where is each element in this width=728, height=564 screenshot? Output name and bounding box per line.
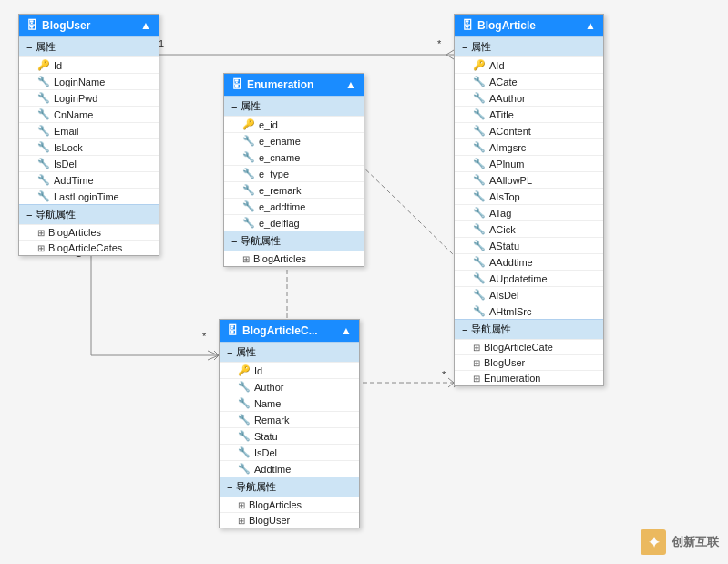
bloguser-row-isdel: 🔧IsDel — [19, 155, 159, 171]
enum-row-eaddtime: 🔧e_addtime — [224, 198, 364, 214]
article-row-aallowpl: 🔧AAllowPL — [455, 171, 603, 188]
field-icon: 🔧 — [473, 76, 486, 87]
article-nav-header: − 导航属性 — [455, 319, 603, 339]
nav-icon: ⊞ — [473, 343, 480, 353]
minus-icon-enum: − — [231, 101, 237, 112]
diagram-canvas: 1 * 1 * 1 * 🗄 BlogUser ▲ − 属性 🔑Id 🔧Login… — [0, 0, 728, 564]
minus-icon-cate-nav: − — [227, 482, 232, 493]
article-props-label: 属性 — [471, 40, 491, 54]
cate-row-author: 🔧Author — [220, 378, 359, 395]
cate-nav-user: ⊞BlogUser — [220, 512, 359, 528]
field-icon: 🔧 — [238, 446, 251, 458]
field-icon: 🔧 — [473, 289, 486, 301]
svg-line-22 — [355, 159, 454, 255]
key-icon: 🔑 — [242, 118, 255, 130]
entity-enumeration: 🗄 Enumeration ▲ − 属性 🔑e_id 🔧e_ename 🔧e_c… — [223, 73, 364, 267]
db-icon-article: 🗄 — [462, 19, 473, 32]
enum-nav-label: 导航属性 — [241, 234, 281, 248]
article-row-aistop: 🔧AIsTop — [455, 188, 603, 204]
field-icon: 🔧 — [37, 76, 50, 87]
article-row-aimgsrc: 🔧AImgsrc — [455, 138, 603, 155]
field-icon: 🔧 — [473, 141, 486, 153]
bloguser-nav-header: − 导航属性 — [19, 204, 159, 224]
bloguser-row-addtime: 🔧AddTime — [19, 171, 159, 188]
field-icon: 🔧 — [37, 174, 50, 186]
cate-row-addtime: 🔧Addtime — [220, 460, 359, 477]
article-nav-cate: ⊞BlogArticleCate — [455, 339, 603, 354]
article-row-aid: 🔑AId — [455, 56, 603, 73]
minus-icon-article: − — [462, 42, 467, 53]
article-row-aupdatetime: 🔧AUpdatetime — [455, 270, 603, 286]
entity-bloguser-title: BlogUser — [42, 19, 90, 32]
bloguser-row-islock: 🔧IsLock — [19, 138, 159, 155]
key-icon: 🔑 — [238, 364, 251, 376]
svg-line-14 — [208, 351, 219, 355]
article-row-atitle: 🔧ATitle — [455, 106, 603, 122]
nav-icon: ⊞ — [242, 254, 250, 264]
enum-props-header: − 属性 — [224, 96, 364, 116]
cate-row-id: 🔑Id — [220, 362, 359, 378]
watermark: ✦ 创新互联 — [641, 529, 719, 555]
field-icon: 🔧 — [37, 141, 50, 153]
field-icon: 🔧 — [242, 184, 255, 196]
article-row-aplnum: 🔧APlnum — [455, 155, 603, 171]
mult-label-star-c: * — [442, 369, 446, 380]
article-row-atag: 🔧ATag — [455, 204, 603, 220]
field-icon: 🔧 — [37, 125, 50, 137]
article-row-ahtmlsrc: 🔧AHtmlSrc — [455, 303, 603, 319]
cate-row-isdel: 🔧IsDel — [220, 444, 359, 460]
entity-blogarticlecate: 🗄 BlogArticleC... ▲ − 属性 🔑Id 🔧Author 🔧Na… — [219, 319, 360, 528]
watermark-text: 创新互联 — [672, 534, 719, 550]
article-row-acick: 🔧ACick — [455, 220, 603, 237]
nav-icon: ⊞ — [238, 500, 245, 510]
minus-icon-article-nav: − — [462, 324, 467, 335]
bloguser-nav-label: 导航属性 — [36, 208, 76, 221]
minus-icon-cate: − — [227, 347, 232, 358]
field-icon: 🔧 — [473, 305, 486, 317]
svg-line-15 — [208, 355, 219, 360]
field-icon: 🔧 — [473, 174, 486, 186]
enum-row-edelflag: 🔧e_delflag — [224, 214, 364, 231]
article-props-header: − 属性 — [455, 36, 603, 56]
entity-enumeration-header: 🗄 Enumeration ▲ — [224, 74, 364, 96]
mult-label-star-a: * — [437, 38, 441, 49]
field-icon: 🔧 — [37, 108, 50, 120]
chevron-enum: ▲ — [345, 78, 356, 91]
field-icon: 🔧 — [473, 108, 486, 120]
article-row-aauthor: 🔧AAuthor — [455, 89, 603, 106]
bloguser-props-header: − 属性 — [19, 36, 159, 56]
nav-icon: ⊞ — [473, 358, 480, 368]
field-icon: 🔧 — [238, 463, 251, 475]
field-icon: 🔧 — [242, 168, 255, 179]
bloguser-nav-articles: ⊞BlogArticles — [19, 224, 159, 240]
entity-cate-header: 🗄 BlogArticleC... ▲ — [220, 320, 359, 342]
article-nav-label: 导航属性 — [471, 323, 511, 336]
article-row-acate: 🔧ACate — [455, 73, 603, 89]
field-icon: 🔧 — [238, 414, 251, 426]
nav-icon: ⊞ — [37, 228, 45, 238]
svg-line-7 — [446, 55, 454, 59]
cate-row-name: 🔧Name — [220, 395, 359, 411]
cate-row-remark: 🔧Remark — [220, 411, 359, 427]
enum-props-label: 属性 — [241, 99, 261, 113]
bloguser-row-loginpwd: 🔧LoginPwd — [19, 89, 159, 106]
bloguser-row-email: 🔧Email — [19, 122, 159, 138]
bloguser-nav-cates: ⊞BlogArticleCates — [19, 240, 159, 255]
article-nav-user: ⊞BlogUser — [455, 354, 603, 370]
cate-nav-header: − 导航属性 — [220, 477, 359, 497]
field-icon: 🔧 — [473, 256, 486, 268]
entity-blogarticle: 🗄 BlogArticle ▲ − 属性 🔑AId 🔧ACate 🔧AAutho… — [454, 14, 604, 386]
db-icon-bloguser: 🗄 — [26, 19, 37, 32]
bloguser-props-label: 属性 — [36, 40, 56, 54]
bloguser-row-lastlogintime: 🔧LastLoginTime — [19, 188, 159, 204]
field-icon: 🔧 — [37, 190, 50, 202]
enum-row-ecname: 🔧e_cname — [224, 149, 364, 165]
field-icon: 🔧 — [473, 92, 486, 104]
nav-icon: ⊞ — [37, 243, 45, 253]
field-icon: 🔧 — [473, 190, 486, 202]
svg-line-6 — [446, 50, 454, 55]
field-icon: 🔧 — [238, 397, 251, 409]
article-row-acontent: 🔧AContent — [455, 122, 603, 138]
field-icon: 🔧 — [473, 272, 486, 284]
cate-nav-label: 导航属性 — [236, 480, 276, 494]
